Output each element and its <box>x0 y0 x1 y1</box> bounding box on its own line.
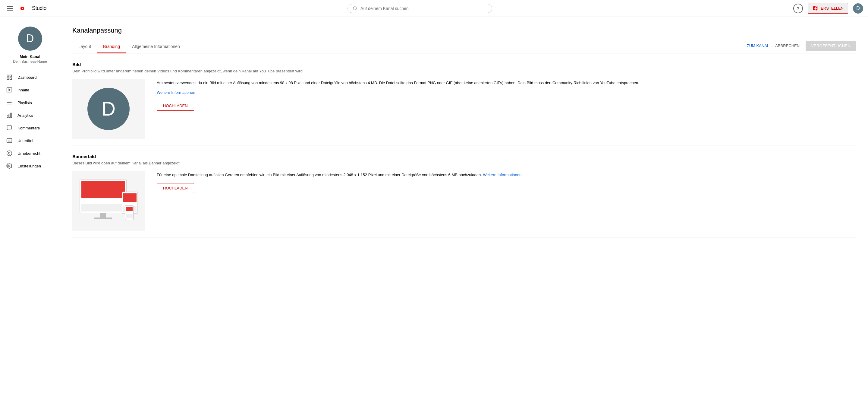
hamburger-menu[interactable] <box>5 4 16 13</box>
subtitle-icon <box>6 137 13 144</box>
einstellungen-label: Einstellungen <box>18 164 41 168</box>
search-input[interactable] <box>361 6 487 11</box>
urheberrecht-label: Urheberrecht <box>18 151 40 156</box>
banner-info-text: Für eine optimale Darstellung auf allen … <box>157 172 856 178</box>
untertitel-label: Untertitel <box>18 138 33 143</box>
svg-rect-34 <box>126 211 133 214</box>
copyright-icon <box>6 150 13 157</box>
bild-row: D Am besten verwendest du ein Bild mit e… <box>72 79 856 139</box>
gear-icon <box>6 163 13 169</box>
grid-icon <box>6 74 13 81</box>
bild-hochladen-button[interactable]: HOCHLADEN <box>157 101 194 111</box>
sidebar-channel-name: Mein Kanal <box>20 54 40 59</box>
svg-point-2 <box>353 7 356 10</box>
svg-rect-4 <box>7 75 9 77</box>
inhalte-label: Inhalte <box>18 88 29 92</box>
page-title: Kanalanpassung <box>72 27 856 34</box>
svg-rect-16 <box>7 138 12 142</box>
svg-rect-5 <box>10 75 12 77</box>
sidebar: D Mein Kanal Dein Business-Name Dashboar… <box>0 17 60 394</box>
sidebar-item-urheberrecht[interactable]: Urheberrecht <box>0 147 60 160</box>
svg-rect-29 <box>123 193 136 202</box>
logo-text: Studio <box>32 5 46 11</box>
bild-title: Bild <box>72 62 856 67</box>
sidebar-profile: D Mein Kanal Dein Business-Name <box>0 22 60 71</box>
banner-title: Bannerbild <box>72 154 856 159</box>
bild-info: Am besten verwendest du ein Bild mit ein… <box>157 79 856 111</box>
sidebar-avatar: D <box>18 27 42 51</box>
list-icon <box>6 99 13 106</box>
svg-rect-33 <box>126 207 133 211</box>
comment-icon <box>6 124 13 131</box>
sidebar-item-kommentare[interactable]: Kommentare <box>0 121 60 134</box>
sidebar-item-einstellungen[interactable]: Einstellungen <box>0 160 60 172</box>
svg-rect-35 <box>126 214 133 218</box>
tab-layout[interactable]: Layout <box>72 40 97 53</box>
svg-marker-9 <box>9 89 10 91</box>
banner-info: Für eine optimale Darstellung auf allen … <box>157 171 856 193</box>
svg-rect-24 <box>82 198 125 204</box>
svg-rect-26 <box>100 213 106 218</box>
abbrechen-button[interactable]: ABBRECHEN <box>775 44 800 48</box>
svg-rect-6 <box>7 78 9 80</box>
banner-preview <box>72 171 145 231</box>
svg-rect-15 <box>10 113 11 118</box>
banner-hochladen-button[interactable]: HOCHLADEN <box>157 183 194 193</box>
bild-info-text: Am besten verwendest du ein Bild mit ein… <box>157 80 856 86</box>
dashboard-label: Dashboard <box>18 75 37 80</box>
bild-more-info-link[interactable]: Weitere Informationen <box>157 90 195 95</box>
create-button[interactable]: 🇨🇭 ERSTELLEN <box>808 3 848 13</box>
play-icon <box>6 87 13 93</box>
playlists-label: Playlists <box>18 101 32 105</box>
svg-rect-7 <box>10 78 12 80</box>
sidebar-item-dashboard[interactable]: Dashboard <box>0 71 60 84</box>
user-avatar[interactable]: D <box>853 3 863 13</box>
banner-row: Für eine optimale Darstellung auf allen … <box>72 171 856 231</box>
tabs-bar: Layout Branding Allgemeine Informationen… <box>72 40 856 53</box>
veroeffentlichen-button[interactable]: VERÖFFENTLICHEN <box>806 41 856 51</box>
svg-rect-25 <box>82 204 125 212</box>
banner-description: Dieses Bild wird oben auf deinem Kanal a… <box>72 161 856 165</box>
svg-point-20 <box>9 165 10 167</box>
bild-description: Dein Profilbild wird unter anderem neben… <box>72 69 856 73</box>
studio-logo[interactable]: Studio <box>21 5 46 12</box>
sidebar-item-playlists[interactable]: Playlists <box>0 96 60 109</box>
profile-avatar-large: D <box>87 88 130 130</box>
bild-section: Bild Dein Profilbild wird unter anderem … <box>72 53 856 145</box>
banner-section: Bannerbild Dieses Bild wird oben auf dei… <box>72 145 856 237</box>
tab-branding[interactable]: Branding <box>97 40 126 53</box>
search-icon <box>352 6 358 11</box>
kommentare-label: Kommentare <box>18 126 40 130</box>
main-content: Kanalanpassung Layout Branding Allgemein… <box>60 17 868 394</box>
sidebar-item-analytics[interactable]: Analytics <box>0 109 60 121</box>
tab-allgemeine[interactable]: Allgemeine Informationen <box>126 40 186 53</box>
svg-rect-13 <box>7 115 8 118</box>
bild-preview: D <box>72 79 145 139</box>
banner-more-info-link[interactable]: Weitere Informationen <box>483 173 522 177</box>
sidebar-business-name: Dein Business-Name <box>13 59 47 64</box>
svg-rect-27 <box>94 218 112 219</box>
create-label: ERSTELLEN <box>821 6 844 10</box>
sidebar-nav: Dashboard Inhalte Playlists <box>0 71 60 172</box>
svg-line-3 <box>356 9 357 10</box>
zum-kanal-button[interactable]: ZUM KANAL <box>747 44 769 48</box>
sidebar-item-inhalte[interactable]: Inhalte <box>0 84 60 96</box>
bar-chart-icon <box>6 112 13 118</box>
svg-rect-14 <box>9 114 10 118</box>
analytics-label: Analytics <box>18 113 33 118</box>
help-button[interactable]: ? <box>793 4 803 13</box>
tab-actions: ZUM KANAL ABBRECHEN VERÖFFENTLICHEN <box>747 41 856 53</box>
svg-point-19 <box>7 151 12 156</box>
sidebar-item-untertitel[interactable]: Untertitel <box>0 134 60 147</box>
flag-icon: 🇨🇭 <box>812 5 818 11</box>
topnav: Studio ? 🇨🇭 ERSTELLEN D <box>0 0 868 17</box>
svg-rect-23 <box>82 181 125 198</box>
search-bar[interactable] <box>347 4 492 13</box>
